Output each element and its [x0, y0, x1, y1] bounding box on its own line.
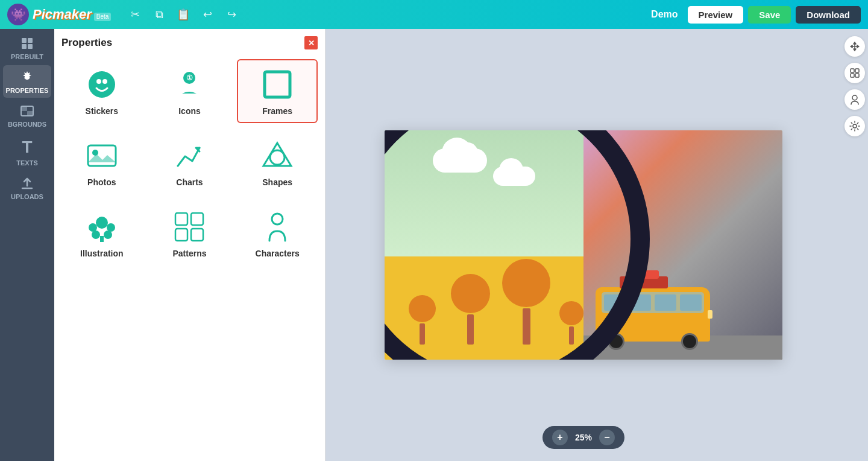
preview-button[interactable]: Preview — [688, 6, 744, 24]
tree-small-2 — [559, 301, 583, 345]
sidebar-item-uploads[interactable]: UPLOADS — [3, 171, 51, 204]
shapes-icon — [259, 138, 295, 174]
right-tool-settings[interactable] — [844, 116, 865, 136]
cloud-1 — [433, 148, 487, 173]
prop-item-stickers[interactable]: Stickers — [61, 59, 142, 123]
illustration-icon — [84, 209, 120, 245]
redo-icon[interactable]: ↪ — [222, 5, 241, 24]
copy-icon[interactable]: ⧉ — [149, 5, 169, 24]
canvas-wrapper[interactable] — [385, 130, 782, 360]
right-tool-character[interactable] — [844, 89, 865, 110]
prop-item-charts[interactable]: Charts — [149, 130, 230, 194]
logo-text: Picmaker — [33, 8, 92, 21]
svg-point-22 — [92, 230, 100, 239]
patterns-icon — [171, 209, 207, 245]
tree-medium — [451, 274, 490, 345]
panel-close-button[interactable]: ✕ — [304, 36, 318, 49]
right-tool-move[interactable] — [844, 36, 865, 57]
texts-icon: T — [22, 138, 32, 157]
prop-item-characters[interactable]: Characters — [237, 202, 318, 265]
save-button[interactable]: Save — [748, 6, 791, 24]
svg-rect-25 — [175, 213, 187, 225]
zoom-level: 25% — [575, 433, 592, 442]
svg-point-23 — [104, 230, 112, 239]
prebuilt-icon — [20, 36, 34, 51]
tree-small-1 — [409, 295, 436, 345]
svg-rect-2 — [22, 44, 27, 49]
topbar: 👾 Picmaker Beta ✂ ⧉ 📋 ↩ ↪ Demo Preview S… — [0, 0, 868, 29]
svg-rect-30 — [851, 69, 854, 72]
photos-icon — [84, 138, 120, 174]
demo-label[interactable]: Demo — [651, 9, 678, 20]
zoom-out-button[interactable]: − — [599, 430, 615, 445]
main-layout: PREBUILT PROPERTIES BGROUNDS T — [0, 29, 868, 461]
svg-rect-32 — [851, 74, 854, 77]
svg-rect-33 — [855, 74, 859, 77]
svg-rect-24 — [100, 236, 104, 242]
svg-rect-28 — [191, 229, 203, 241]
prop-item-illustration[interactable]: Illustration — [61, 202, 142, 265]
svg-point-19 — [96, 217, 108, 229]
svg-point-34 — [852, 95, 857, 100]
logo-beta-badge: Beta — [94, 13, 112, 21]
undo-icon[interactable]: ↩ — [198, 5, 217, 24]
stickers-icon — [84, 66, 120, 103]
sidebar-item-bgrounds[interactable]: BGROUNDS — [3, 99, 51, 132]
svg-rect-0 — [22, 38, 27, 43]
icons-label: Icons — [178, 106, 201, 116]
svg-marker-17 — [263, 143, 291, 166]
panel-header: Properties ✕ — [61, 36, 318, 49]
prop-item-patterns[interactable]: Patterns — [149, 202, 230, 265]
svg-text:①: ① — [186, 74, 193, 82]
svg-rect-6 — [21, 106, 27, 111]
sidebar-label-prebuilt: PREBUILT — [11, 53, 43, 60]
prop-item-icons[interactable]: ① Icons — [149, 59, 230, 123]
paste-icon[interactable]: 📋 — [174, 5, 193, 24]
svg-rect-27 — [191, 213, 203, 225]
icons-icon: ① — [171, 66, 207, 103]
svg-point-20 — [89, 223, 97, 232]
sidebar-item-prebuilt[interactable]: PREBUILT — [3, 31, 51, 64]
svg-rect-31 — [855, 69, 859, 72]
right-sidebar — [841, 29, 868, 461]
sidebar: PREBUILT PROPERTIES BGROUNDS T — [0, 29, 54, 461]
svg-point-18 — [270, 150, 285, 165]
characters-icon — [259, 209, 295, 245]
uploads-icon — [20, 176, 34, 191]
svg-point-35 — [853, 124, 857, 128]
svg-rect-26 — [175, 229, 187, 241]
zoom-in-button[interactable]: + — [552, 430, 568, 445]
sidebar-item-texts[interactable]: T TEXTS — [3, 133, 51, 170]
charts-label: Charts — [176, 177, 203, 187]
logo-monster-icon: 👾 — [7, 4, 29, 25]
properties-icon — [20, 70, 34, 84]
prop-item-shapes[interactable]: Shapes — [237, 130, 318, 194]
properties-grid: Stickers ① Icons — [61, 59, 318, 265]
svg-rect-3 — [28, 44, 33, 49]
properties-panel: Properties ✕ Stickers — [54, 29, 326, 461]
cloud-2 — [493, 167, 535, 186]
frames-label: Frames — [262, 106, 292, 116]
prop-item-frames[interactable]: Frames — [237, 59, 318, 123]
patterns-label: Patterns — [172, 249, 206, 258]
photos-label: Photos — [87, 177, 116, 187]
svg-point-21 — [107, 223, 115, 232]
sidebar-label-uploads: UPLOADS — [11, 193, 43, 200]
panel-title: Properties — [61, 37, 112, 49]
sidebar-item-properties[interactable]: PROPERTIES — [3, 65, 51, 98]
svg-rect-1 — [28, 38, 33, 43]
svg-rect-15 — [88, 145, 116, 166]
prop-item-photos[interactable]: Photos — [61, 130, 142, 194]
svg-point-10 — [96, 79, 101, 84]
stickers-label: Stickers — [86, 106, 118, 116]
right-tool-grid[interactable] — [844, 63, 865, 83]
canvas-area[interactable]: + 25% − — [326, 29, 841, 461]
toy-bus — [596, 287, 710, 342]
svg-point-29 — [272, 214, 283, 224]
frames-icon — [259, 66, 295, 103]
cut-icon[interactable]: ✂ — [125, 5, 145, 24]
bgrounds-icon — [20, 104, 34, 118]
svg-point-9 — [89, 71, 115, 98]
sidebar-label-bgrounds: BGROUNDS — [8, 121, 46, 128]
download-button[interactable]: Download — [796, 6, 861, 24]
